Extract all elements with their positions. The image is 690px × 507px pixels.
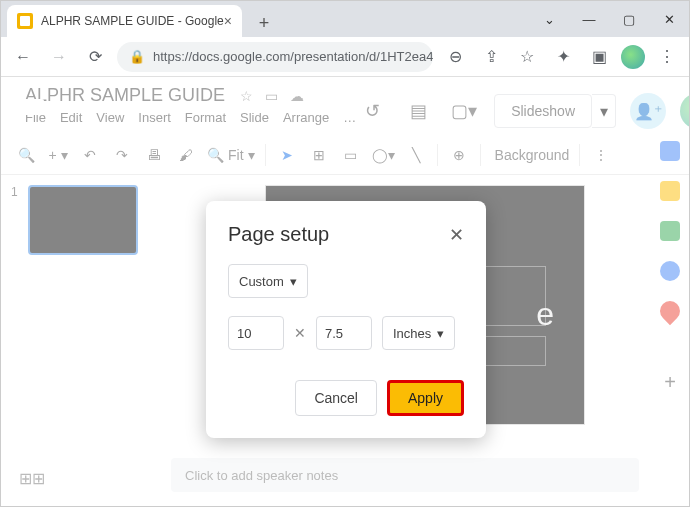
- maximize-icon[interactable]: ▢: [609, 1, 649, 37]
- unit-value: Inches: [393, 326, 431, 341]
- chevron-down-icon: ▾: [437, 326, 444, 341]
- tab-title: ALPHR SAMPLE GUIDE - Google: [41, 14, 224, 28]
- browser-titlebar: ALPHR SAMPLE GUIDE - Google × + ⌄ — ▢ ✕: [1, 1, 689, 37]
- format-value: Custom: [239, 274, 284, 289]
- cancel-button[interactable]: Cancel: [295, 380, 377, 416]
- minimize-icon[interactable]: —: [569, 1, 609, 37]
- window-controls: ⌄ — ▢ ✕: [529, 1, 689, 37]
- close-window-icon[interactable]: ✕: [649, 1, 689, 37]
- kebab-menu-icon[interactable]: ⋮: [653, 43, 681, 71]
- browser-toolbar: ← → ⟳ 🔒 https://docs.google.com/presenta…: [1, 37, 689, 77]
- url-text: https://docs.google.com/presentation/d/1…: [153, 49, 433, 64]
- share-icon[interactable]: ⇪: [477, 43, 505, 71]
- new-tab-button[interactable]: +: [250, 9, 278, 37]
- unit-dropdown[interactable]: Inches ▾: [382, 316, 455, 350]
- zoom-icon[interactable]: ⊖: [441, 43, 469, 71]
- times-icon: ✕: [294, 325, 306, 341]
- dialog-close-icon[interactable]: ✕: [449, 224, 464, 246]
- tab-close-icon[interactable]: ×: [224, 13, 232, 29]
- page-setup-dialog: Page setup ✕ Custom ▾ ✕ Inches ▾ Cancel …: [206, 201, 486, 438]
- browser-tab[interactable]: ALPHR SAMPLE GUIDE - Google ×: [7, 5, 242, 37]
- chevron-down-icon[interactable]: ⌄: [529, 1, 569, 37]
- extensions-icon[interactable]: ✦: [549, 43, 577, 71]
- lock-icon: 🔒: [129, 49, 145, 64]
- bookmark-icon[interactable]: ☆: [513, 43, 541, 71]
- side-panel-icon[interactable]: ▣: [585, 43, 613, 71]
- back-button[interactable]: ←: [9, 43, 37, 71]
- format-dropdown[interactable]: Custom ▾: [228, 264, 308, 298]
- reload-button[interactable]: ⟳: [81, 43, 109, 71]
- dialog-title: Page setup: [228, 223, 329, 246]
- chevron-down-icon: ▾: [290, 274, 297, 289]
- width-input[interactable]: [228, 316, 284, 350]
- height-input[interactable]: [316, 316, 372, 350]
- apply-button[interactable]: Apply: [387, 380, 464, 416]
- slides-favicon: [17, 13, 33, 29]
- forward-button[interactable]: →: [45, 43, 73, 71]
- address-bar[interactable]: 🔒 https://docs.google.com/presentation/d…: [117, 42, 433, 72]
- profile-avatar[interactable]: [621, 45, 645, 69]
